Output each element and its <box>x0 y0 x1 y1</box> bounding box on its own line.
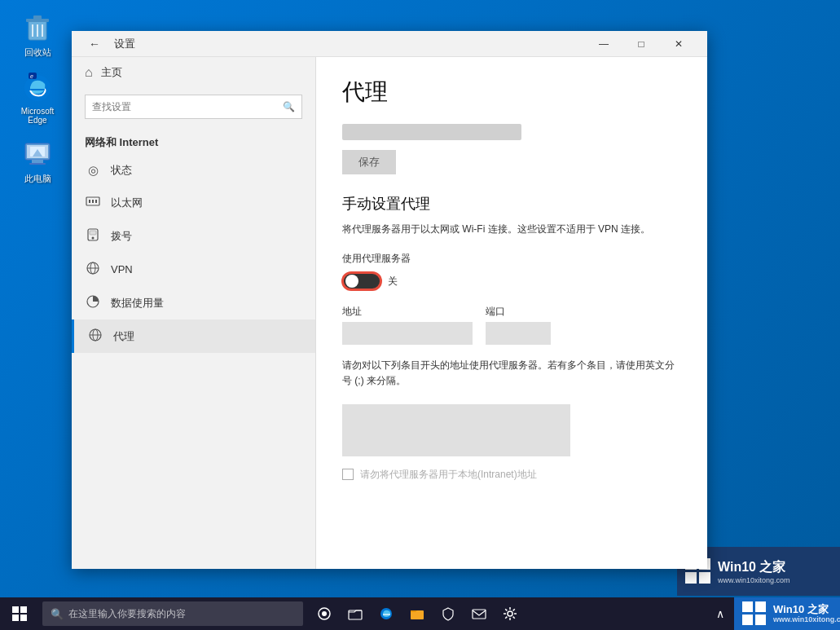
this-pc-icon[interactable]: 此电脑 <box>8 134 67 188</box>
address-input[interactable] <box>342 322 473 345</box>
svg-rect-33 <box>699 572 710 584</box>
svg-point-39 <box>322 611 327 616</box>
page-title: 代理 <box>342 77 681 108</box>
settings-sidebar: ⌂ 主页 🔍 网络和 Internet ◎ 状态 以太网 <box>72 57 316 569</box>
main-content: 代理 保存 手动设置代理 将代理服务器用于以太网或 Wi-Fi 连接。这些设置不… <box>316 57 707 569</box>
svg-point-21 <box>92 237 95 240</box>
sidebar-item-ethernet[interactable]: 以太网 <box>72 186 315 219</box>
address-group: 地址 <box>342 305 473 345</box>
sidebar-item-proxy[interactable]: 代理 <box>72 319 315 353</box>
proxy-icon <box>87 328 103 345</box>
manual-desc: 将代理服务器用于以太网或 Wi-Fi 连接。这些设置不适用于 VPN 连接。 <box>342 222 681 237</box>
sidebar-item-status[interactable]: ◎ 状态 <box>72 155 315 186</box>
desktop: 回收站 e Microsoft Edge <box>0 0 840 630</box>
maximize-button[interactable]: □ <box>622 31 660 57</box>
window-titlebar: ← 设置 — □ ✕ <box>72 31 707 57</box>
proxy-label: 代理 <box>113 329 134 344</box>
status-icon: ◎ <box>85 163 101 178</box>
svg-rect-36 <box>12 615 19 621</box>
edge-icon[interactable]: e Microsoft Edge <box>8 68 67 128</box>
ethernet-label: 以太网 <box>111 196 143 210</box>
win10-taskbar-logo <box>742 601 767 626</box>
svg-rect-34 <box>12 606 19 613</box>
recycle-bin-label: 回收站 <box>24 46 51 59</box>
svg-rect-46 <box>742 601 753 612</box>
start-button[interactable] <box>0 597 39 630</box>
svg-rect-18 <box>92 200 94 203</box>
svg-rect-48 <box>742 615 753 625</box>
minimize-button[interactable]: — <box>585 31 622 57</box>
taskbar-search-icon: 🔍 <box>51 608 64 620</box>
intranet-checkbox[interactable] <box>342 469 354 480</box>
svg-rect-7 <box>30 89 45 90</box>
sidebar-home[interactable]: ⌂ 主页 <box>72 57 315 88</box>
ethernet-icon <box>85 194 101 211</box>
watermark-title: Win10 之家 <box>718 559 790 576</box>
vpn-icon <box>85 261 101 278</box>
mail-taskbar-button[interactable] <box>464 597 494 630</box>
window-title: 设置 <box>114 37 135 51</box>
toggle-row: 关 <box>342 272 681 290</box>
proxy-toggle[interactable] <box>342 272 381 290</box>
home-icon: ⌂ <box>85 65 93 80</box>
svg-rect-44 <box>473 610 486 619</box>
home-label: 主页 <box>101 65 122 80</box>
taskbar-search-text: 在这里输入你要搜索的内容 <box>68 607 186 621</box>
file-explorer-button[interactable] <box>341 597 370 630</box>
security-taskbar-button[interactable] <box>433 597 463 630</box>
svg-rect-22 <box>90 231 96 235</box>
taskbar: 🔍 在这里输入你要搜索的内容 <box>0 597 840 630</box>
svg-rect-13 <box>29 163 46 165</box>
port-input[interactable] <box>486 322 551 345</box>
port-group: 端口 <box>486 305 551 345</box>
exclusion-textarea[interactable] <box>342 404 570 456</box>
svg-rect-37 <box>20 615 27 621</box>
svg-rect-2 <box>33 15 42 20</box>
this-pc-label: 此电脑 <box>24 173 51 185</box>
svg-rect-47 <box>755 601 766 612</box>
sidebar-item-vpn[interactable]: VPN <box>72 253 315 286</box>
exclusion-desc: 请勿对以下列条目开头的地址使用代理服务器。若有多个条目，请使用英文分号 (;) … <box>342 358 681 389</box>
svg-rect-32 <box>685 572 697 584</box>
svg-rect-17 <box>89 200 90 203</box>
taskbar-actions <box>310 597 525 630</box>
port-label: 端口 <box>486 305 551 319</box>
address-port-row: 地址 端口 <box>342 305 681 345</box>
chevron-up-icon[interactable]: ∧ <box>713 606 728 622</box>
intranet-checkbox-row: 请勿将代理服务器用于本地(Intranet)地址 <box>342 468 681 482</box>
folder-taskbar-button[interactable] <box>402 597 432 630</box>
status-label: 状态 <box>111 163 132 178</box>
sidebar-item-data-usage[interactable]: 数据使用量 <box>72 286 315 319</box>
manual-section-title: 手动设置代理 <box>342 194 681 214</box>
settings-search-box[interactable]: 🔍 <box>85 95 302 119</box>
settings-search-input[interactable] <box>92 101 283 112</box>
toggle-label: 使用代理服务器 <box>342 252 681 266</box>
vpn-label: VPN <box>111 263 133 275</box>
toggle-state-text: 关 <box>388 275 398 289</box>
settings-taskbar-button[interactable] <box>495 597 525 630</box>
close-button[interactable]: ✕ <box>660 31 697 57</box>
sidebar-section-title: 网络和 Internet <box>72 126 315 155</box>
win10-taskbar-text: Win10 之家 www.win10xitong.com <box>773 603 840 624</box>
edge-taskbar-button[interactable] <box>372 597 401 630</box>
svg-text:e: e <box>30 73 33 79</box>
svg-rect-35 <box>20 606 27 613</box>
edge-label: Microsoft Edge <box>11 107 64 125</box>
watermark-url: www.win10xitong.com <box>718 576 790 584</box>
svg-point-45 <box>508 611 512 616</box>
toggle-knob <box>345 275 358 288</box>
recycle-bin-icon[interactable]: 回收站 <box>8 8 67 62</box>
back-button[interactable]: ← <box>81 31 108 57</box>
data-usage-label: 数据使用量 <box>111 296 164 311</box>
task-view-button[interactable] <box>310 597 339 630</box>
taskbar-right: ∧ <box>713 606 734 622</box>
window-controls: — □ ✕ <box>585 31 697 57</box>
data-usage-icon <box>85 294 101 311</box>
svg-rect-12 <box>32 160 43 163</box>
taskbar-search-box[interactable]: 🔍 在这里输入你要搜索的内容 <box>42 601 303 626</box>
desktop-icons: 回收站 e Microsoft Edge <box>8 8 67 188</box>
settings-window: ← 设置 — □ ✕ ⌂ 主页 🔍 网络和 <box>72 31 707 569</box>
save-button[interactable]: 保存 <box>342 150 396 174</box>
sidebar-item-dialup[interactable]: 拨号 <box>72 219 315 253</box>
svg-rect-49 <box>755 615 766 625</box>
